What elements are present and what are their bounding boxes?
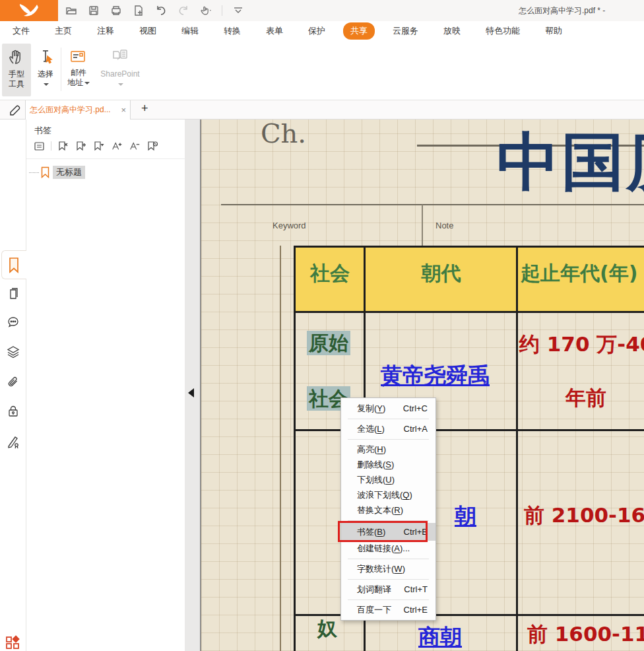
- open-icon[interactable]: [65, 4, 78, 17]
- tab-bar: 怎么面对高中学习.pd... × +: [0, 100, 644, 120]
- hand-tool-button[interactable]: 手型工具: [2, 44, 31, 96]
- page-rule: [221, 204, 644, 205]
- context-menu-item-5[interactable]: 删除线(S): [341, 457, 435, 472]
- mail-address-button[interactable]: 邮件地址: [63, 44, 94, 96]
- context-menu-item-10[interactable]: Ctrl+B书签(B): [341, 523, 435, 541]
- font-decrease-icon[interactable]: [129, 140, 141, 152]
- new-page-icon[interactable]: [132, 4, 145, 17]
- touch-select-icon[interactable]: [199, 4, 212, 17]
- menu-item-9[interactable]: 云服务: [385, 22, 426, 40]
- context-menu-item-15[interactable]: Ctrl+T划词翻译: [341, 582, 435, 597]
- keyword-label: Keyword: [273, 221, 306, 230]
- context-menu-separator: [348, 600, 429, 600]
- cell-dynasty-link[interactable]: 黄帝尧舜禹: [381, 361, 490, 391]
- quick-access-toolbar: [65, 0, 245, 21]
- font-increase-icon[interactable]: [111, 140, 123, 152]
- signature-icon[interactable]: [6, 434, 20, 449]
- document-tab[interactable]: 怎么面对高中学习.pd... ×: [25, 100, 131, 120]
- table-header-period: 起止年代(年): [521, 260, 644, 287]
- context-menu-separator: [348, 419, 429, 419]
- context-menu-item-13[interactable]: 字数统计(W): [341, 561, 435, 576]
- menu-item-11[interactable]: 特色功能: [478, 22, 527, 40]
- save-icon[interactable]: [87, 4, 100, 17]
- delete-bookmark-icon[interactable]: [57, 140, 69, 152]
- context-menu-item-2[interactable]: Ctrl+A全选(L): [341, 421, 435, 436]
- select-cursor-icon: [36, 48, 55, 66]
- collapse-panel-button[interactable]: [188, 388, 194, 397]
- context-menu: Ctrl+C复制(Y)Ctrl+A全选(L)高亮(H)删除线(S)下划线(U)波…: [340, 397, 436, 621]
- add-bookmark-icon[interactable]: [75, 140, 87, 152]
- menu-item-7[interactable]: 保护: [301, 22, 333, 40]
- menu-item-8[interactable]: 共享: [343, 22, 375, 40]
- menu-item-10[interactable]: 放映: [436, 22, 468, 40]
- context-menu-separator: [348, 579, 429, 580]
- bookmark-list-item[interactable]: 无标题: [29, 166, 85, 179]
- attachments-icon[interactable]: [6, 375, 20, 390]
- sharepoint-icon: [110, 48, 130, 66]
- context-menu-item-6[interactable]: 下划线(U): [341, 472, 435, 487]
- context-menu-separator: [348, 520, 429, 521]
- cell-society-primitive: 原始: [307, 330, 350, 357]
- context-menu-item-4[interactable]: 高亮(H): [341, 442, 435, 457]
- menu-item-4[interactable]: 编辑: [174, 22, 206, 40]
- redo-icon[interactable]: [177, 4, 190, 17]
- menu-item-0[interactable]: 文件: [5, 22, 37, 40]
- bookmarks-icon[interactable]: [7, 257, 22, 271]
- bookmark-toolbar: [33, 140, 158, 152]
- cell-dynasty-link[interactable]: 商朝: [418, 623, 462, 651]
- bookmark-label: 无标题: [53, 166, 85, 179]
- pages-icon[interactable]: [6, 286, 20, 300]
- menu-item-3[interactable]: 视图: [132, 22, 164, 40]
- context-menu-item-17[interactable]: Ctrl+E百度一下: [341, 602, 435, 617]
- annotate-pencil-icon[interactable]: [8, 103, 22, 120]
- new-tab-button[interactable]: +: [137, 102, 152, 116]
- page-title: 中国历史: [497, 121, 644, 205]
- expand-bookmark-icon[interactable]: [93, 140, 105, 152]
- select-tool-button[interactable]: 选择: [33, 44, 58, 96]
- bookmark-settings-icon[interactable]: [146, 140, 158, 152]
- bookmark-panel-title: 书签: [34, 125, 51, 137]
- context-menu-separator: [348, 559, 429, 559]
- app-logo-icon: [0, 0, 58, 21]
- undo-icon[interactable]: [154, 4, 168, 17]
- context-menu-separator: [348, 439, 429, 440]
- layers-icon[interactable]: [6, 345, 20, 359]
- context-menu-item-7[interactable]: 波浪下划线(Q): [341, 487, 435, 502]
- cell-society-slave: 奴: [317, 615, 337, 642]
- customize-toolbar-icon[interactable]: [232, 4, 245, 17]
- menu-item-6[interactable]: 表单: [259, 22, 290, 40]
- ribbon-separator: [61, 48, 61, 91]
- table-header-dynasty: 朝代: [370, 260, 512, 287]
- chapter-label: Ch.: [261, 120, 306, 149]
- context-menu-item-11[interactable]: 创建链接(A)...: [341, 541, 435, 556]
- chevron-down-icon: [84, 82, 90, 85]
- menu-item-2[interactable]: 注释: [90, 22, 121, 40]
- sharepoint-button[interactable]: SharePoint: [98, 44, 143, 96]
- table-border: [294, 246, 644, 248]
- cell-dynasty-link[interactable]: 朝: [455, 502, 476, 531]
- menu-item-12[interactable]: 帮助: [538, 22, 569, 40]
- note-label: Note: [435, 221, 453, 230]
- app-logo[interactable]: [0, 0, 58, 21]
- close-icon[interactable]: ×: [121, 105, 126, 115]
- security-icon[interactable]: [6, 404, 20, 419]
- print-icon[interactable]: [110, 4, 123, 17]
- bookmark-panel: 书签 无标题: [26, 120, 185, 651]
- menu-bar: 文件主页注释视图编辑转换表单保护共享云服务放映特色功能帮助: [0, 21, 644, 41]
- pdf-reader-window: 怎么面对高中学习.pdf * - 文件主页注释视图编辑转换表单保护共享云服务放映…: [0, 0, 644, 651]
- title-bar: 怎么面对高中学习.pdf * -: [0, 0, 644, 21]
- context-menu-item-0[interactable]: Ctrl+C复制(Y): [341, 401, 435, 416]
- menu-item-1[interactable]: 主页: [48, 22, 79, 40]
- comments-icon[interactable]: [6, 315, 20, 329]
- cell-period: 前 2100-1600: [524, 502, 644, 530]
- components-icon[interactable]: [5, 635, 20, 651]
- table-border: [294, 246, 296, 651]
- bookmark-icon: [40, 166, 50, 178]
- notebook-margin-line: [280, 246, 281, 651]
- list-menu-icon[interactable]: [33, 140, 45, 152]
- cell-period: 前 1600-1100: [527, 621, 644, 648]
- menu-item-5[interactable]: 转换: [216, 22, 248, 40]
- chevron-down-icon: [118, 83, 123, 86]
- tree-line: [29, 172, 39, 173]
- context-menu-item-8[interactable]: 替换文本(R): [341, 502, 435, 518]
